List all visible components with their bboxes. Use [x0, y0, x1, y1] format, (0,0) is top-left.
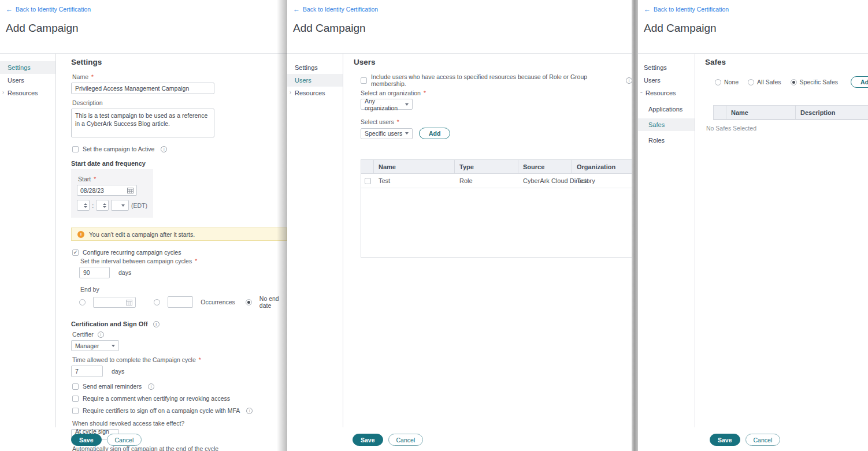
section-title: Settings: [71, 58, 287, 66]
sidebar-item-settings[interactable]: Settings: [638, 61, 695, 74]
cell-organization: Test: [572, 177, 632, 184]
sidebar-item-users[interactable]: Users: [287, 74, 343, 87]
back-link[interactable]: ← Back to Identity Certification: [293, 6, 378, 13]
no-end-date-radio[interactable]: [246, 299, 252, 305]
set-active-label: Set the campaign to Active: [83, 146, 154, 152]
organization-select[interactable]: Any organization: [361, 99, 413, 110]
no-safes-selected-text: No Safes Selected: [706, 125, 868, 132]
page-title: Add Campaign: [6, 22, 287, 35]
page-title: Add Campaign: [293, 22, 632, 35]
recurring-checkbox[interactable]: ✓: [72, 249, 79, 256]
save-button[interactable]: Save: [353, 434, 383, 446]
save-button[interactable]: Save: [710, 434, 740, 446]
email-reminders-checkbox[interactable]: [72, 383, 79, 390]
required-star: *: [195, 258, 197, 264]
back-arrow-icon: ←: [6, 6, 13, 12]
warning-banner: i You can't edit a campaign after it sta…: [71, 228, 287, 241]
sidebar-item-applications[interactable]: Applications: [638, 103, 695, 115]
sidebar-item-label: Resources: [295, 90, 325, 96]
sidebar-item-settings[interactable]: Settings: [287, 61, 343, 74]
occurrences-input[interactable]: [168, 296, 193, 308]
include-role-group-label: Include users who have access to specifi…: [371, 73, 620, 87]
ampm-select[interactable]: [111, 200, 129, 211]
set-active-checkbox[interactable]: [72, 146, 79, 152]
back-link-label: Back to Identity Certification: [16, 6, 91, 13]
sidebar-item-settings[interactable]: Settings: [0, 61, 55, 74]
info-icon[interactable]: i: [153, 321, 159, 327]
panel-header: ← Back to Identity Certification Add Cam…: [0, 0, 287, 54]
chevron-down-icon: [405, 132, 409, 135]
cell-type: Role: [455, 177, 518, 184]
back-link[interactable]: ← Back to Identity Certification: [644, 6, 729, 13]
cert-section-heading: Certification and Sign Off i: [71, 320, 287, 327]
sidebar-item-resources[interactable]: › Resources: [0, 87, 55, 99]
end-by-date-radio[interactable]: [79, 299, 86, 305]
cell-name: Test: [374, 177, 455, 184]
info-icon[interactable]: i: [161, 146, 167, 152]
table-row[interactable]: Test Role CyberArk Cloud Directory Test: [361, 174, 632, 188]
sidebar-item-users[interactable]: Users: [638, 74, 695, 87]
cancel-button[interactable]: Cancel: [745, 434, 781, 446]
calendar-icon: [127, 187, 133, 193]
wizard-sidebar: Settings Users › Resources: [287, 54, 343, 427]
time-allowed-input[interactable]: [71, 366, 103, 377]
occurrences-radio[interactable]: [154, 299, 160, 305]
table-empty-space: [361, 188, 632, 257]
sidebar-item-users[interactable]: Users: [0, 74, 55, 87]
require-comment-checkbox[interactable]: [72, 396, 79, 402]
column-header-source: Source: [518, 160, 572, 173]
hour-stepper[interactable]: [77, 200, 90, 211]
column-header-type: Type: [455, 160, 518, 173]
cancel-button[interactable]: Cancel: [107, 434, 142, 446]
radio-all-safes[interactable]: All Safes: [748, 79, 781, 85]
require-comment-label: Require a comment when certifying or rev…: [83, 395, 230, 402]
safes-panel: ← Back to Identity Certification Add Cam…: [638, 0, 868, 451]
start-label: Start*: [78, 176, 147, 182]
name-input[interactable]: [71, 83, 214, 94]
safes-table-header: Name Description: [714, 106, 868, 120]
row-checkbox[interactable]: [365, 178, 371, 184]
add-safes-button[interactable]: Add: [851, 76, 868, 88]
no-end-date-label: No end date: [259, 295, 287, 309]
sidebar-item-roles[interactable]: Roles: [638, 134, 695, 147]
time-separator: :: [92, 202, 94, 209]
back-arrow-icon: ←: [293, 6, 300, 12]
chevron-down-icon: [112, 345, 115, 347]
start-date-input[interactable]: 08/28/23: [77, 185, 137, 196]
select-users-select[interactable]: Specific users: [361, 128, 413, 139]
warning-icon: i: [77, 231, 84, 238]
description-label: Description: [72, 99, 287, 106]
header-checkbox-cell: [714, 106, 726, 119]
sidebar-item-resources[interactable]: › Resources: [638, 87, 695, 99]
users-table-header: Name Type Source Organization: [361, 160, 632, 174]
info-icon[interactable]: i: [98, 331, 104, 338]
info-icon[interactable]: i: [246, 408, 253, 414]
mfa-signoff-checkbox[interactable]: [72, 408, 79, 414]
certifier-select[interactable]: Manager: [71, 340, 119, 351]
window-edge-bar: [632, 0, 638, 451]
interval-input[interactable]: [79, 267, 110, 278]
column-header-description: Description: [796, 106, 868, 119]
safes-scope-radios: None All Safes Specific Safes Add: [715, 76, 868, 88]
add-users-button[interactable]: Add: [419, 128, 450, 139]
interval-label: Set the interval between campaign cycles…: [80, 258, 287, 264]
include-role-group-checkbox[interactable]: [361, 77, 367, 84]
cell-source: CyberArk Cloud Directory: [518, 177, 572, 184]
cancel-button[interactable]: Cancel: [388, 434, 424, 446]
radio-none[interactable]: None: [715, 79, 739, 85]
column-header-organization: Organization: [572, 160, 632, 173]
radio-specific-safes[interactable]: Specific Safes: [791, 79, 839, 85]
description-input[interactable]: This is a test campaign to be used as a …: [71, 109, 214, 137]
warning-text: You can't edit a campaign after it start…: [89, 231, 195, 238]
minute-stepper[interactable]: [96, 200, 109, 211]
wizard-sidebar: Settings Users › Resources: [0, 54, 56, 427]
sidebar-item-safes[interactable]: Safes: [638, 118, 695, 131]
info-icon[interactable]: i: [148, 383, 154, 390]
users-panel: ← Back to Identity Certification Add Cam…: [287, 0, 632, 451]
back-link[interactable]: ← Back to Identity Certification: [6, 6, 91, 13]
save-button[interactable]: Save: [71, 434, 102, 446]
sidebar-item-resources[interactable]: › Resources: [287, 87, 343, 99]
time-allowed-label: Time allowed to complete the Campaign cy…: [72, 356, 287, 363]
end-by-date-input[interactable]: [93, 297, 136, 308]
add-campaign-screens: ← Back to Identity Certification Add Cam…: [0, 0, 868, 451]
